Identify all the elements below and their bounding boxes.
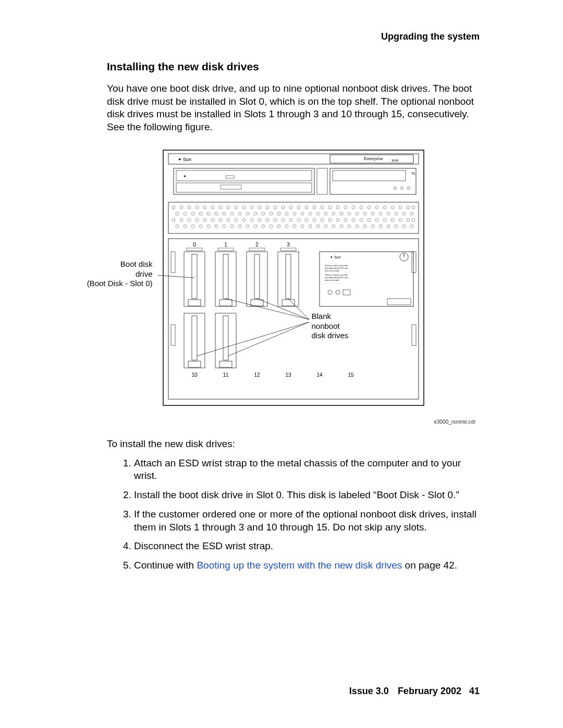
svg-point-98 [321,218,324,221]
svg-rect-156 [219,300,232,306]
booting-up-link[interactable]: Booting up the system with the new disk … [197,560,402,571]
svg-point-105 [375,218,378,221]
svg-point-23 [227,206,230,209]
svg-point-74 [379,212,382,215]
slot-2-label: 2 [255,242,259,248]
svg-point-118 [230,225,234,228]
svg-point-138 [387,225,390,228]
intro-paragraph: You have one boot disk drive, and up to … [107,82,480,134]
svg-point-21 [211,206,214,209]
blank-l1: Blank [312,312,332,320]
svg-point-58 [254,212,257,215]
svg-rect-158 [254,254,260,299]
svg-point-60 [270,212,273,215]
sun-brand: Sun [183,157,191,162]
svg-point-82 [195,218,199,221]
svg-rect-5 [176,183,312,192]
step-3: If the customer ordered one or more of t… [134,508,480,534]
svg-point-84 [211,218,214,221]
svg-point-25 [242,206,246,209]
svg-point-111 [176,225,179,228]
svg-point-64 [301,212,304,215]
boot-l2: drive [136,269,153,278]
svg-point-122 [262,225,265,228]
svg-point-120 [246,225,249,228]
svg-point-34 [313,206,316,209]
svg-rect-155 [223,254,228,299]
svg-rect-9 [317,168,327,194]
svg-point-62 [285,212,288,215]
svg-point-55 [230,212,234,215]
svg-line-185 [257,299,309,319]
svg-point-22 [219,206,222,209]
step-5-pre: Continue with [134,560,197,571]
svg-rect-161 [286,254,291,299]
svg-point-72 [363,212,366,215]
footer-page: 41 [469,686,480,696]
enterprise-chassis-diagram: ✦ Sun Enterprise 3000 ✦ XL [158,147,429,413]
svg-point-107 [391,218,394,221]
svg-point-71 [356,212,359,215]
svg-text:other such stuff: other such stuff [325,279,339,281]
svg-point-66 [316,212,320,215]
section-heading: Installing the new disk drives [107,60,480,73]
svg-point-130 [324,225,327,228]
svg-rect-179 [188,361,201,367]
running-header: Upgrading the system [381,31,480,42]
svg-point-126 [293,225,296,228]
svg-rect-10 [330,168,416,194]
svg-rect-176 [387,299,411,305]
svg-point-89 [250,218,253,221]
svg-point-61 [277,212,280,215]
step-5-post: on page 42. [402,560,457,571]
svg-point-125 [285,225,288,228]
svg-text:other such stuff: other such stuff [325,269,339,272]
svg-point-31 [289,206,292,209]
svg-point-79 [172,218,175,221]
svg-text:✦ Sun: ✦ Sun [330,255,341,259]
svg-rect-148 [218,248,234,251]
svg-point-102 [352,218,355,221]
svg-rect-0 [163,150,424,405]
svg-line-188 [228,322,309,356]
enterprise-brand: Enterprise [364,156,383,161]
svg-point-42 [375,206,378,209]
svg-rect-142 [168,239,419,399]
svg-point-129 [316,225,320,228]
svg-rect-3 [174,168,314,194]
svg-point-133 [348,225,351,228]
svg-point-174 [336,290,340,294]
svg-rect-7 [226,176,234,178]
svg-point-24 [235,206,238,209]
svg-rect-181 [223,316,228,360]
svg-rect-175 [343,290,350,295]
svg-point-18 [188,206,191,209]
svg-point-20 [203,206,206,209]
svg-point-56 [238,212,241,215]
svg-point-32 [297,206,300,209]
svg-line-187 [197,322,309,356]
svg-point-131 [332,225,335,228]
svg-point-104 [368,218,371,221]
svg-point-97 [313,218,316,221]
boot-l1: Boot disk [120,260,153,268]
svg-rect-160 [278,252,299,306]
step-5: Continue with Booting up the system with… [134,559,480,572]
svg-point-40 [360,206,363,209]
svg-point-173 [328,290,332,294]
svg-point-81 [188,218,191,221]
svg-point-100 [336,218,339,221]
svg-point-57 [246,212,249,215]
svg-point-12 [394,187,396,189]
svg-point-83 [203,218,206,221]
svg-rect-178 [192,316,197,360]
svg-point-37 [336,206,339,209]
svg-rect-11 [333,170,406,181]
svg-point-68 [332,212,335,215]
model-3000: 3000 [391,159,399,162]
svg-point-140 [402,225,406,228]
blank-l3: disk drives [312,331,349,340]
svg-point-46 [407,206,410,209]
slot-11-label: 11 [223,372,229,378]
svg-rect-153 [188,300,201,306]
